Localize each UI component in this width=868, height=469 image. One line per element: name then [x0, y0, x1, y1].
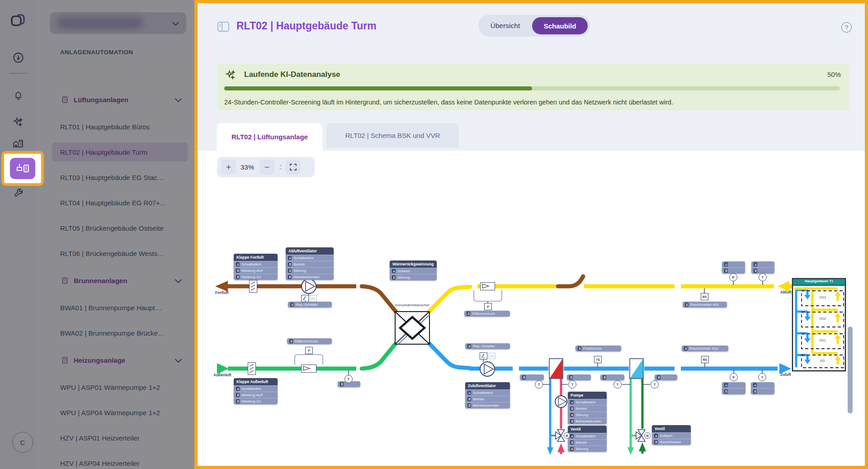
datapoint-badge-icon	[288, 262, 292, 266]
canvas-scrollbar[interactable]	[848, 327, 853, 413]
card-row-label: Schaltbefehl	[576, 400, 595, 404]
help-icon[interactable]: ?	[841, 22, 852, 33]
temperature-sensor: T	[568, 380, 576, 388]
floor-label: EG	[802, 359, 844, 362]
card-title: Wärmerückgewinnung	[390, 261, 437, 268]
mini-card[interactable]	[722, 261, 745, 274]
datapoint-badge-icon	[570, 407, 574, 411]
datapoint-badge-icon	[236, 275, 240, 279]
temperature-sensor: T	[651, 380, 659, 388]
card-pumpe[interactable]: PumpeSchaltbefehlBetriebStörungBetriebss…	[568, 392, 607, 424]
zoom-in-button[interactable]: +	[221, 160, 236, 175]
card-row-label: Störung	[397, 275, 410, 280]
card-zuluftventilator[interactable]: ZuluftventilatorSchaltbefehlBetriebBetri…	[465, 382, 510, 408]
valve-motor: M	[644, 432, 651, 439]
tab-luftungsanlage[interactable]: RLT02 | Lüftungsanlage	[217, 123, 322, 151]
datapoint-badge-icon	[392, 269, 396, 273]
datapoint-badge-icon	[392, 275, 396, 280]
duct-sensor-symbol	[480, 282, 495, 290]
card-rep-schalter-zuluft[interactable]: Rep.-Schalter	[465, 343, 510, 349]
datapoint-badge-icon	[684, 346, 688, 351]
card-row: Schaltbefehl	[234, 261, 278, 267]
datapoint-badge-icon	[467, 312, 470, 316]
datapoint-badge-icon	[570, 400, 574, 404]
card-row-label: Betriebsstunden	[576, 419, 602, 423]
card-row: Betriebsstunden	[465, 402, 510, 408]
damper-symbol	[248, 362, 256, 375]
card-row-label: Betrieb	[576, 407, 587, 411]
card-klappe-aussenluft[interactable]: Klappe AußenluftSchaltbefehlMeldung AUFM…	[234, 378, 278, 404]
card-ventil-erhitzer[interactable]: VentilSchaltbefehlBetriebStörung	[568, 426, 607, 452]
banner-percent: 50%	[809, 71, 841, 78]
datapoint-badge-icon	[570, 441, 574, 445]
mini-card[interactable]	[655, 374, 677, 380]
floor-label: OG3	[802, 296, 844, 299]
datapoint-badge-icon	[288, 269, 292, 273]
fullscreen-button[interactable]	[286, 160, 301, 175]
card-row: Schaltbefehl	[465, 389, 510, 396]
pressure-sensor: P	[729, 273, 737, 281]
mini-card[interactable]	[600, 374, 624, 380]
card-row: Sollwert	[652, 432, 691, 439]
datapoint-badge-icon	[685, 303, 689, 307]
card-row: Betriebsstunden	[286, 274, 334, 280]
mini-card[interactable]	[722, 382, 745, 394]
label-fortluft: Fortluft	[215, 290, 229, 295]
card-row-label: Sollwert	[660, 434, 672, 438]
card-row-label: Schaltbefehl	[241, 262, 261, 266]
card-rauchmelder-abl[interactable]: Rauchmelder ABL	[683, 302, 727, 308]
highlighted-nav-item[interactable]	[1, 151, 44, 186]
label-kreuzwaermetauscher: Kreuzwärmetauscher	[389, 303, 436, 307]
card-frostschutz[interactable]: Frostschutz	[576, 346, 621, 351]
card-row: Sollwert	[390, 268, 437, 274]
banner-title: Laufende KI-Datenanalyse	[244, 70, 340, 79]
datapoint-badge-icon	[570, 413, 574, 417]
card-differenzdruck-aussenluft[interactable]: Differenzdruck	[287, 338, 332, 344]
schematic-canvas[interactable]	[198, 151, 865, 466]
card-row: Störung	[390, 274, 437, 280]
card-waermerueckgewinnung[interactable]: WärmerückgewinnungSollwertStörung	[390, 261, 437, 280]
mini-card[interactable]	[520, 374, 544, 380]
view-toggle: Übersicht Schaubild	[478, 15, 590, 37]
pressure-sensor: P	[730, 373, 738, 381]
card-row: Betrieb	[568, 439, 607, 445]
smoke-detector-box: RS	[701, 356, 709, 363]
temperature-sensor: T	[344, 375, 353, 383]
card-row: Differenzdruck	[464, 311, 510, 317]
toggle-schematic-active[interactable]: Schaubild	[532, 17, 588, 34]
card-row: Störung	[568, 412, 607, 418]
card-row-label: Meldung ZU	[241, 399, 261, 403]
frequency-converter-box: FU	[488, 353, 495, 359]
card-row: Differenzdruck	[287, 338, 332, 344]
zoom-out-button[interactable]: −	[259, 160, 274, 175]
temperature-sensor: T	[759, 273, 767, 281]
card-row-label: Rep.-Schalter	[296, 303, 318, 307]
card-row: Meldung AUF	[234, 392, 278, 398]
temperature-sensor: T	[535, 380, 543, 388]
card-row-label: Differenzdruck	[472, 312, 495, 316]
card-differenzdruck-abluft[interactable]: Differenzdruck	[464, 311, 510, 317]
card-klappe-fortluft[interactable]: Klappe FortluftSchaltbefehlMeldung AUFMe…	[234, 254, 278, 280]
card-rep-schalter-abluft[interactable]: Rep.-Schalter	[288, 302, 332, 308]
progress-fill	[224, 86, 532, 90]
datapoint-badge-icon	[290, 303, 294, 307]
card-row: Rückführwert	[652, 439, 691, 445]
panel-collapse-icon[interactable]	[217, 21, 230, 34]
card-row-label: Rückführwert	[660, 440, 681, 444]
mini-card[interactable]	[567, 374, 591, 380]
datapoint-badge-icon	[467, 397, 471, 401]
card-row: Meldung AUF	[234, 267, 278, 274]
mini-card[interactable]	[751, 261, 774, 274]
card-rauchmelder-zul[interactable]: Rauchmelder ZUL	[682, 346, 728, 351]
card-row-label: Störung	[576, 413, 588, 417]
card-row: Schaltbefehl	[286, 255, 334, 261]
temperature-sensor: T	[758, 373, 766, 381]
mini-card[interactable]	[751, 382, 774, 394]
card-abluftventilator[interactable]: AbluftventilatorSchaltbefehlBetriebStöru…	[286, 247, 334, 280]
card-row: Schaltbefehl	[568, 399, 607, 405]
tab-schema-bsk-vvr[interactable]: RLT02 | Schema BSK und VVR	[326, 123, 459, 148]
card-ventil-kuehler[interactable]: VentilSollwertRückführwert	[652, 425, 691, 445]
app-root: C ANLAGENAUTOMATION LüftungsanlagenRLT01…	[0, 0, 868, 469]
dim-overlay	[0, 0, 194, 469]
toggle-overview[interactable]: Übersicht	[478, 22, 532, 30]
